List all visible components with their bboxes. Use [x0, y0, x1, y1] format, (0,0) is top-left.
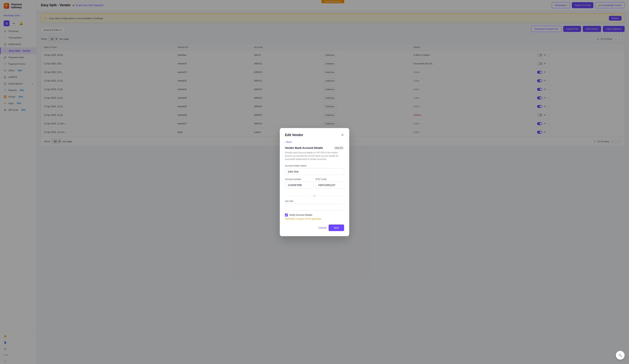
- search-icon: 🔍: [619, 354, 622, 357]
- upi-label: UPI VPA: [285, 200, 344, 203]
- account-holder-label: Account Holder Name: [285, 165, 344, 167]
- account-holder-input[interactable]: [285, 168, 344, 175]
- section-title: Vendor Bank Account Details: [285, 146, 323, 149]
- modal-overlay[interactable]: Edit Vendor ✕ ‹ Back Vendor Bank Account…: [0, 0, 629, 364]
- verify-checkbox[interactable]: [285, 214, 288, 216]
- next-button[interactable]: Next: [328, 224, 344, 231]
- verify-checkbox-row: Verify Account Details: [285, 214, 344, 216]
- ifsc-input[interactable]: [315, 182, 344, 188]
- upi-input[interactable]: [285, 204, 344, 211]
- back-arrow-icon: ‹: [285, 141, 286, 143]
- verify-label[interactable]: Verify Account Details: [289, 214, 312, 216]
- ifsc-group: IFSC Code: [315, 178, 344, 188]
- section-title-row: Vendor Bank Account Details Step 2/3: [285, 146, 344, 150]
- account-number-label: Account Number: [285, 178, 314, 181]
- cancel-button[interactable]: Cancel: [318, 226, 326, 229]
- modal-close-button[interactable]: ✕: [341, 133, 344, 137]
- bank-details-row: Account Number IFSC Code: [285, 178, 344, 191]
- or-label: Or: [313, 194, 316, 197]
- or-divider: Or: [285, 194, 344, 197]
- modal-footer: Cancel Next: [285, 224, 344, 231]
- verify-warning: Verification charges will be applicable.: [285, 218, 344, 220]
- account-number-input[interactable]: [285, 182, 314, 188]
- account-number-group: Account Number: [285, 178, 314, 188]
- modal-header: Edit Vendor ✕: [285, 133, 344, 137]
- step-badge: Step 2/3: [334, 146, 344, 150]
- search-fab[interactable]: 🔍: [616, 351, 625, 360]
- modal-title: Edit Vendor: [285, 133, 303, 137]
- upi-group: UPI VPA: [285, 200, 344, 211]
- modal-back-button[interactable]: ‹ Back: [285, 141, 344, 143]
- edit-vendor-modal: Edit Vendor ✕ ‹ Back Vendor Bank Account…: [280, 128, 349, 236]
- ifsc-label: IFSC Code: [315, 178, 344, 181]
- section-description: Provide bank account details or UPI VPA …: [285, 151, 344, 161]
- account-holder-group: Account Holder Name: [285, 165, 344, 175]
